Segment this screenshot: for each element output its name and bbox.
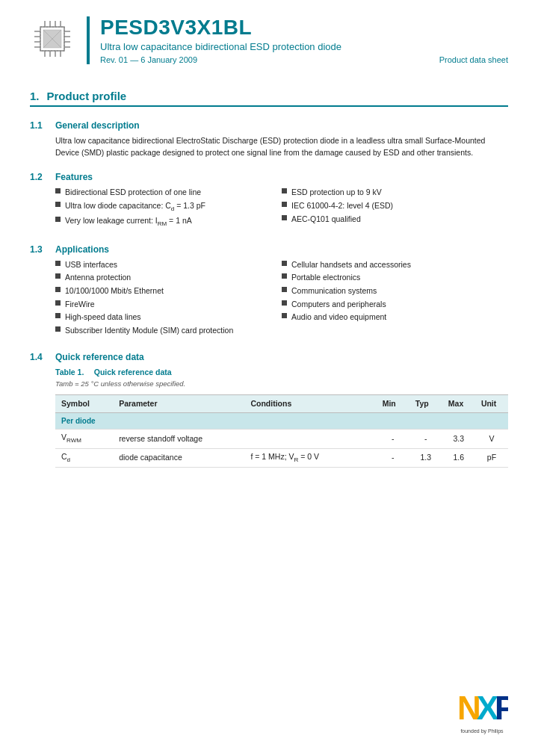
bullet-icon: [282, 273, 287, 279]
cell-typ: 1.3: [409, 448, 442, 467]
list-item: Cellular handsets and accessories: [282, 259, 508, 270]
subsection-1-2-header: 1.2 Features: [30, 172, 508, 182]
subsection-1-2-title: Features: [55, 172, 93, 182]
col-header-typ: Typ: [409, 394, 442, 413]
revision-text: Rev. 01 — 6 January 2009: [100, 55, 197, 64]
features-columns: Bidirectional ESD protection of one line…: [55, 187, 508, 230]
cell-parameter: reverse standoff voltage: [113, 430, 244, 448]
section1-number: 1.: [30, 90, 40, 102]
list-item: AEC-Q101 qualified: [282, 214, 508, 225]
cell-unit: V: [475, 430, 508, 448]
table-section-label: Per diode: [55, 413, 508, 430]
bullet-icon: [55, 202, 61, 207]
cell-symbol: Cd: [55, 448, 113, 467]
bullet-icon: [55, 300, 61, 306]
list-item: Antenna protection: [55, 272, 282, 283]
cell-min: -: [377, 448, 409, 467]
header: PESD3V3X1BL Ultra low capacitance bidire…: [0, 0, 538, 72]
section1-title-bar: 1. Product profile: [30, 90, 508, 107]
bullet-icon: [282, 261, 287, 266]
cell-typ: -: [409, 430, 442, 448]
list-item: Communication systems: [282, 285, 508, 297]
cell-symbol: VRWM: [55, 430, 113, 448]
nxp-logo-area: N X P founded by Philips: [456, 690, 508, 734]
subsection-1-3-title: Applications: [55, 244, 109, 255]
col-header-unit: Unit: [475, 394, 508, 413]
product-subtitle: Ultra low capacitance bidirectional ESD …: [100, 41, 508, 52]
bullet-icon: [55, 313, 61, 318]
bullet-icon: [55, 217, 61, 222]
bullet-icon: [55, 261, 61, 266]
col-header-symbol: Symbol: [55, 394, 113, 413]
col-header-parameter: Parameter: [113, 394, 244, 413]
bullet-icon: [55, 188, 61, 193]
table-caption: Table 1. Quick reference data: [55, 367, 508, 379]
datasheet-label: Product data sheet: [439, 55, 508, 64]
table-header-row: Symbol Parameter Conditions Min Typ Max …: [55, 394, 508, 413]
cell-max: 1.6: [442, 448, 475, 467]
list-item: 10/100/1000 Mbit/s Ethernet: [55, 285, 282, 297]
table-row: Cd diode capacitance f = 1 MHz; VR = 0 V…: [55, 448, 508, 467]
subsection-1-1-header: 1.1 General description: [30, 120, 508, 131]
features-col-right: ESD protection up to 9 kV IEC 61000-4-2:…: [282, 187, 508, 230]
nxp-founded-label: founded by Philips: [460, 728, 503, 734]
features-col-left: Bidirectional ESD protection of one line…: [55, 187, 282, 230]
subsection-applications: 1.3 Applications USB interfaces Antenna …: [30, 244, 508, 338]
subsection-1-4-number: 1.4: [30, 352, 55, 362]
bullet-icon: [282, 313, 287, 318]
list-item: Subscriber Identity Module (SIM) card pr…: [55, 325, 282, 336]
applications-col-right: Cellular handsets and accessories Portab…: [282, 259, 508, 338]
list-item: Ultra low diode capacitance: Cd = 1.3 pF: [55, 200, 282, 213]
product-name: PESD3V3X1BL: [100, 16, 508, 40]
list-item: ESD protection up to 9 kV: [282, 187, 508, 198]
subsection-1-3-number: 1.3: [30, 244, 55, 255]
bullet-icon: [55, 273, 61, 279]
chip-icon: [30, 16, 75, 61]
applications-columns: USB interfaces Antenna protection 10/100…: [55, 259, 508, 338]
nxp-logo-svg: N X P: [456, 690, 508, 727]
cell-conditions: [244, 430, 376, 448]
subsection-1-4-title: Quick reference data: [55, 352, 144, 362]
subsection-1-3-header: 1.3 Applications: [30, 244, 508, 255]
general-description-body: Ultra low capacitance bidirectional Elec…: [55, 135, 508, 159]
cell-min: -: [377, 430, 409, 448]
page: PESD3V3X1BL Ultra low capacitance bidire…: [0, 0, 538, 756]
col-header-conditions: Conditions: [244, 394, 376, 413]
bullet-icon: [282, 300, 287, 306]
list-item: IEC 61000-4-2: level 4 (ESD): [282, 200, 508, 211]
svg-text:P: P: [495, 690, 508, 726]
subsection-1-1-title: General description: [55, 120, 140, 131]
col-header-min: Min: [377, 394, 409, 413]
list-item: USB interfaces: [55, 259, 282, 270]
bullet-icon: [282, 215, 287, 220]
list-item: High-speed data lines: [55, 312, 282, 323]
list-item: FireWire: [55, 299, 282, 310]
table-row: VRWM reverse standoff voltage - - 3.3 V: [55, 430, 508, 448]
bullet-icon: [55, 287, 61, 292]
section1-title: Product profile: [47, 90, 127, 102]
subsection-features: 1.2 Features Bidirectional ESD protectio…: [30, 172, 508, 230]
table-section-row: Per diode: [55, 413, 508, 430]
header-title-block: PESD3V3X1BL Ultra low capacitance bidire…: [87, 16, 508, 64]
quick-reference-table: Symbol Parameter Conditions Min Typ Max …: [55, 394, 508, 468]
header-rev-row: Rev. 01 — 6 January 2009 Product data sh…: [100, 55, 508, 64]
bullet-icon: [55, 326, 61, 332]
subsection-1-1-number: 1.1: [30, 120, 55, 131]
list-item: Bidirectional ESD protection of one line: [55, 187, 282, 198]
subsection-1-4-header: 1.4 Quick reference data: [30, 352, 508, 362]
table-subcaption: Tamb = 25 °C unless otherwise specified.: [55, 379, 508, 389]
cell-unit: pF: [475, 448, 508, 467]
list-item: Computers and peripherals: [282, 299, 508, 310]
cell-max: 3.3: [442, 430, 475, 448]
bullet-icon: [282, 287, 287, 292]
bullet-icon: [282, 202, 287, 207]
main-content: 1.1 General description Ultra low capaci…: [0, 120, 538, 468]
list-item: Very low leakage current: IRM = 1 nA: [55, 215, 282, 228]
subsection-general-description: 1.1 General description Ultra low capaci…: [30, 120, 508, 159]
list-item: Portable electronics: [282, 272, 508, 283]
cell-conditions: f = 1 MHz; VR = 0 V: [244, 448, 376, 467]
applications-col-left: USB interfaces Antenna protection 10/100…: [55, 259, 282, 338]
cell-parameter: diode capacitance: [113, 448, 244, 467]
col-header-max: Max: [442, 394, 475, 413]
subsection-quick-reference: 1.4 Quick reference data Table 1. Quick …: [30, 352, 508, 468]
